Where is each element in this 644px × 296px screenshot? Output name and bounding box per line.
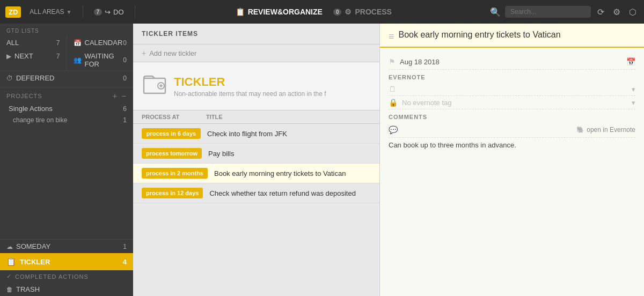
nav-right: 🔍 ⟳ ⚙ ⬡ <box>490 6 639 18</box>
sidebar-item-tickler[interactable]: 📋 TICKLER 4 <box>0 253 133 270</box>
trash-icon: 🗑 <box>6 286 13 293</box>
sidebar-item-all[interactable]: ALL 7 <box>0 36 67 49</box>
date-row: ⚑ Aug 18 2018 📅 <box>389 54 635 70</box>
evernote-dropdown-2[interactable]: No evernote tag ▾ <box>402 99 635 107</box>
sidebar: GTD LISTS ALL 7 ▶ NEXT 7 📅 CALENDAR 0 <box>0 24 133 296</box>
someday-icon: ☁ <box>6 243 13 250</box>
sidebar-item-next[interactable]: ▶ NEXT 7 <box>0 49 67 63</box>
nav-center: 📋 REVIEW&ORGANIZE 0 ⚙ PROCESS <box>142 8 486 16</box>
review-organize-button[interactable]: 📋 REVIEW&ORGANIZE <box>236 8 323 16</box>
search-icon: 🔍 <box>490 7 501 17</box>
project-icons: + − <box>113 92 127 100</box>
deferred-label: DEFERRED <box>16 74 123 82</box>
completed-icon: ✓ <box>6 273 12 280</box>
evernote-link-icon: 🐘 <box>576 126 584 134</box>
detail-panel: ≡ Book early morning entry tickets to Va… <box>380 24 644 296</box>
sidebar-right: 📅 CALENDAR 0 👥 WAITING FOR 0 <box>67 36 134 71</box>
sidebar-bottom: ☁ SOMEDAY 1 📋 TICKLER 4 ✓ COMPLETED ACTI… <box>0 239 133 296</box>
tickler-label: TICKLER <box>20 258 123 266</box>
tickler-count: 4 <box>123 258 127 266</box>
single-actions-count: 6 <box>123 105 127 113</box>
chevron-down-icon-ev1: ▾ <box>632 85 635 93</box>
area-selector[interactable]: ALL AREAS ▼ <box>25 8 76 16</box>
completed-label: COMPLETED ACTIONS <box>15 273 89 280</box>
change-tire-label: change tire on bike <box>13 116 67 124</box>
sidebar-item-trash[interactable]: 🗑 TRASH <box>0 283 133 296</box>
zd-logo[interactable]: ZD <box>5 6 21 18</box>
tickler-row-title: Pay bills <box>208 150 371 158</box>
calendar-label: CALENDAR <box>85 39 123 47</box>
table-row[interactable]: process in 6 days Check into flight from… <box>133 124 379 144</box>
do-label: DO <box>113 8 124 16</box>
detail-body: ⚑ Aug 18 2018 📅 EVERNOTE 🗒 ▾ 🔒 No everno… <box>380 48 644 296</box>
evernote-icon-1: 🗒 <box>389 85 396 93</box>
sidebar-item-completed[interactable]: ✓ COMPLETED ACTIONS <box>0 270 133 283</box>
refresh-button[interactable]: ⟳ <box>595 7 606 17</box>
search-input[interactable] <box>505 6 591 18</box>
table-row[interactable]: process in 2 months Book early morning e… <box>133 164 379 183</box>
process-nav-button[interactable]: 0 ⚙ PROCESS <box>333 8 392 16</box>
do-nav-button[interactable]: 7 ↪ DO <box>90 8 128 16</box>
waiting-icon: 👥 <box>74 56 82 64</box>
calendar-icon: 📅 <box>74 39 82 47</box>
date-value: Aug 18 2018 <box>400 58 626 66</box>
process-badge: 0 <box>333 9 342 16</box>
table-row[interactable]: process tomorrow Pay bills <box>133 144 379 164</box>
tickler-panel-header: TICKLER ITEMS <box>133 24 379 45</box>
gtd-lists-label: GTD LISTS <box>0 24 133 36</box>
chevron-down-icon: ▼ <box>67 9 72 15</box>
plus-icon: + <box>142 49 146 57</box>
tickler-icon: 📋 <box>6 257 16 266</box>
sidebar-item-someday[interactable]: ☁ SOMEDAY 1 <box>0 240 133 253</box>
process-badge-6-days[interactable]: process in 6 days <box>142 128 201 139</box>
comments-icon: 💬 <box>389 125 398 134</box>
projects-label: PROJECTS <box>6 93 113 99</box>
process-badge-tomorrow[interactable]: process tomorrow <box>142 148 202 159</box>
tickler-desc: Non-actionable items that may need an ac… <box>174 90 326 98</box>
project-single-actions[interactable]: Single Actions 6 <box>0 102 133 115</box>
process-label: PROCESS <box>355 8 391 16</box>
sidebar-item-deferred[interactable]: ⏱ DEFERRED 0 <box>0 71 133 85</box>
top-nav: ZD ALL AREAS ▼ 7 ↪ DO 📋 REVIEW&ORGANIZE … <box>0 0 644 24</box>
do-badge: 7 <box>94 9 103 16</box>
tickler-columns: PROCESS AT TITLE <box>133 110 379 124</box>
next-count: 7 <box>56 53 60 60</box>
tickler-folder-icon <box>142 71 167 101</box>
sidebar-item-waiting[interactable]: 👥 WAITING FOR 0 <box>67 49 134 71</box>
add-project-icon[interactable]: + <box>113 92 118 100</box>
someday-count: 1 <box>123 243 127 250</box>
add-tickler-button[interactable]: + Add new tickler <box>133 45 379 62</box>
sidebar-item-calendar[interactable]: 📅 CALENDAR 0 <box>67 36 134 49</box>
process-icon: ⚙ <box>345 8 352 16</box>
col-process-at-label: PROCESS AT <box>142 114 206 120</box>
open-evernote-label: open in Evernote <box>587 126 635 134</box>
tickler-intro: TICKLER Non-actionable items that may ne… <box>133 62 379 110</box>
flag-icon: ⚑ <box>389 57 396 66</box>
process-badge-2-months[interactable]: process in 2 months <box>142 168 208 179</box>
open-evernote-link[interactable]: 🐘 open in Evernote <box>576 126 635 134</box>
deferred-count: 0 <box>123 75 127 82</box>
evernote-tag-placeholder: No evernote tag <box>402 99 452 107</box>
evernote-section-label: EVERNOTE <box>389 70 635 83</box>
sidebar-spacer <box>0 125 133 239</box>
drag-handle-icon[interactable]: ≡ <box>389 31 394 42</box>
detail-title: Book early morning entry tickets to Vati… <box>399 30 635 40</box>
tickler-row-title: Check whether tax return refund was depo… <box>209 189 371 197</box>
deferred-icon: ⏱ <box>6 75 13 82</box>
detail-header: ≡ Book early morning entry tickets to Va… <box>380 24 644 48</box>
tickler-row-title: Book early morning entry tickets to Vati… <box>214 169 371 177</box>
table-row[interactable]: process in 12 days Check whether tax ret… <box>133 183 379 203</box>
comments-section-label: COMMENTS <box>389 109 635 122</box>
collapse-project-icon[interactable]: − <box>122 92 127 100</box>
single-actions-label: Single Actions <box>9 105 123 113</box>
settings-button[interactable]: ⚙ <box>611 7 623 17</box>
export-button[interactable]: ⬡ <box>627 7 639 17</box>
evernote-dropdown-1[interactable]: ▾ <box>400 85 635 93</box>
trash-label: TRASH <box>16 285 40 293</box>
calendar-picker-icon[interactable]: 📅 <box>626 57 635 66</box>
sub-item-change-tire[interactable]: change tire on bike 1 <box>0 115 133 125</box>
sidebar-left: ALL 7 ▶ NEXT 7 <box>0 36 67 71</box>
evernote-row-1: 🗒 ▾ <box>389 83 635 96</box>
change-tire-count: 1 <box>123 116 127 124</box>
process-badge-12-days[interactable]: process in 12 days <box>142 188 203 198</box>
